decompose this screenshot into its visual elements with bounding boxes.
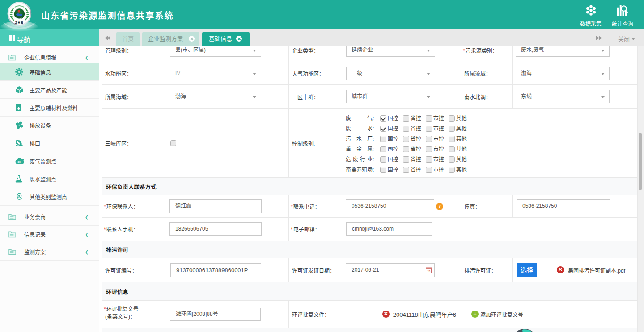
svg-text:ZHB: ZHB — [15, 21, 24, 25]
svg-text:co: co — [17, 160, 21, 163]
svg-text:15: 15 — [427, 269, 431, 272]
